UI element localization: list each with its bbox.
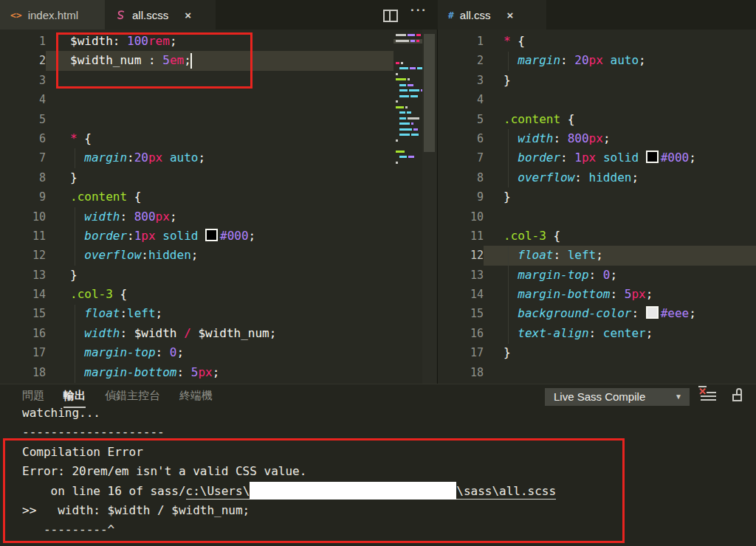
lock-panel-icon[interactable]: [732, 388, 743, 403]
code-line-11[interactable]: 11 border:1px solid #000;: [0, 227, 394, 246]
code-line-11[interactable]: 11.col-3 {: [438, 227, 756, 246]
line-number: 17: [0, 343, 46, 362]
clear-output-icon[interactable]: ✕: [700, 390, 716, 403]
redaction-box: [250, 482, 456, 500]
line-number: 5: [438, 110, 484, 129]
css-file-icon: #: [448, 10, 454, 21]
line-number: 9: [438, 187, 484, 207]
code-line-13[interactable]: 13}: [0, 266, 394, 285]
line-number: 16: [438, 324, 484, 343]
minimap[interactable]: [394, 30, 422, 384]
indent-guide: [75, 148, 75, 168]
line-number: 15: [438, 304, 484, 323]
line-number: 10: [0, 207, 46, 227]
line-number: 6: [0, 129, 46, 148]
dropdown-value: Live Sass Compile: [554, 390, 645, 403]
close-icon[interactable]: ×: [507, 9, 514, 21]
code-line-16[interactable]: 16 text-align: center;: [438, 324, 756, 343]
error-file-link[interactable]: c:\Users\\sass\all.scss: [186, 484, 557, 500]
panel-tab-debug-console[interactable]: 偵錯主控台: [105, 389, 160, 404]
code-line-13[interactable]: 13 margin-top: 0;: [438, 266, 756, 285]
code-line-14[interactable]: 14 margin-bottom: 5px;: [438, 285, 756, 304]
code-line-2[interactable]: 2$width_num : 5em;: [0, 51, 394, 70]
line-number: 2: [0, 51, 46, 70]
code-line-4[interactable]: 4: [0, 90, 394, 109]
code-line-15[interactable]: 15 float:left;: [0, 304, 394, 323]
code-line-4[interactable]: 4: [438, 90, 756, 109]
code-line-7[interactable]: 7 margin:20px auto;: [0, 148, 394, 167]
line-number: 5: [0, 110, 46, 129]
code-line-6[interactable]: 6 width: 800px;: [438, 129, 756, 148]
code-line-12[interactable]: 12 overflow:hidden;: [0, 246, 394, 265]
code-line-8[interactable]: 8 overflow: hidden;: [438, 168, 756, 187]
code-line-17[interactable]: 17 margin-top: 0;: [0, 343, 394, 362]
line-number: 15: [0, 304, 46, 323]
tab-label: all.scss: [132, 9, 168, 21]
close-icon[interactable]: ×: [185, 9, 191, 21]
line-number: 3: [0, 71, 46, 90]
line-number: 12: [0, 246, 46, 265]
code-line-9[interactable]: 9}: [438, 187, 756, 207]
line-number: 9: [0, 187, 46, 207]
code-line-10[interactable]: 10: [438, 207, 756, 227]
code-line-6[interactable]: 6* {: [0, 129, 394, 148]
chevron-down-icon: ▼: [675, 388, 682, 406]
panel-tab-output[interactable]: 輸出: [63, 389, 86, 404]
code-line-8[interactable]: 8}: [0, 168, 394, 187]
code-line-16[interactable]: 16 width: $width / $width_num;: [0, 324, 394, 343]
panel-tab-problems[interactable]: 問題: [22, 389, 44, 404]
panel-header: 問題 輸出 偵錯主控台 終端機 Live Sass Compile ▼ ✕: [0, 384, 756, 408]
more-actions-icon[interactable]: ···: [410, 3, 427, 18]
split-editor-icon[interactable]: [383, 10, 398, 22]
code-line-10[interactable]: 10 width: 800px;: [0, 207, 394, 227]
code-line-1[interactable]: 1* {: [438, 32, 756, 51]
tab-all-scss[interactable]: all.scss ×: [105, 0, 216, 30]
editor-all-css[interactable]: 1* {2 margin: 20px auto;3}45.content {6 …: [438, 30, 756, 384]
tab-index-html[interactable]: <> index.html: [0, 0, 105, 30]
code-line-5[interactable]: 5.content {: [438, 110, 756, 129]
output-line: ---------^: [0, 520, 756, 539]
output-log: watching...--------------------Compilati…: [0, 404, 756, 546]
color-swatch: [646, 306, 659, 319]
output-line: Error: 20rem/em isn't a valid CSS value.: [0, 462, 756, 481]
indent-guide: [508, 129, 509, 187]
scrollbar-thumb[interactable]: [424, 34, 435, 152]
text-cursor: [190, 53, 192, 69]
line-number: 6: [438, 129, 484, 148]
code-line-14[interactable]: 14.col-3 {: [0, 285, 394, 304]
output-line: --------------------: [0, 423, 756, 442]
indent-guide: [508, 52, 509, 71]
line-number: 14: [0, 285, 46, 304]
panel-tab-terminal[interactable]: 終端機: [179, 389, 213, 404]
code-line-18[interactable]: 18 margin-bottom: 5px;: [0, 363, 394, 382]
line-number: 13: [0, 266, 46, 285]
indent-guide: [75, 207, 75, 266]
code-line-17[interactable]: 17}: [438, 343, 756, 362]
code-line-12[interactable]: 12 float: left;: [438, 246, 756, 265]
line-number: 17: [438, 343, 484, 362]
code-line-1[interactable]: 1$width: 100rem;: [0, 32, 394, 51]
output-channel-dropdown[interactable]: Live Sass Compile ▼: [545, 388, 690, 406]
editor-tab-bar: <> index.html all.scss × ··· # all.css ×: [0, 0, 756, 30]
code-line-5[interactable]: 5: [0, 110, 394, 129]
indent-guide: [75, 305, 75, 383]
code-line-2[interactable]: 2 margin: 20px auto;: [438, 51, 756, 70]
code-line-3[interactable]: 3: [0, 71, 394, 90]
line-number: 18: [0, 363, 46, 382]
output-line-error-location: on line 16 of sass/c:\Users\\sass\all.sc…: [0, 482, 756, 501]
code-line-15[interactable]: 15 background-color: #eee;: [438, 304, 756, 323]
line-number: 14: [438, 285, 484, 304]
line-number: 7: [0, 148, 46, 167]
line-number: 8: [438, 168, 484, 187]
editor-all-scss[interactable]: 1$width: 100rem;2$width_num : 5em;3456* …: [0, 30, 437, 384]
code-line-9[interactable]: 9.content {: [0, 187, 394, 207]
code-line-18[interactable]: 18: [438, 363, 756, 382]
code-line-7[interactable]: 7 border: 1px solid #000;: [438, 148, 756, 167]
color-swatch: [646, 151, 659, 163]
line-number: 1: [0, 32, 46, 51]
code-line-3[interactable]: 3}: [438, 71, 756, 90]
tab-label: all.css: [460, 9, 491, 21]
indent-guide: [508, 246, 509, 344]
scrollbar-track[interactable]: [422, 30, 436, 384]
tab-all-css[interactable]: # all.css ×: [438, 0, 546, 30]
